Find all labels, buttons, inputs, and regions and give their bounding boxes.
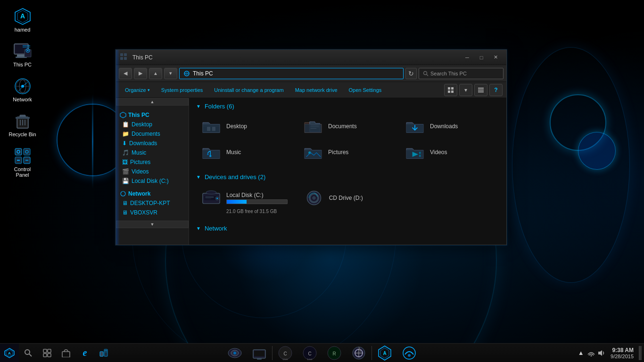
list-view-button[interactable] — [474, 84, 487, 96]
taskbar-explorer-button[interactable] — [94, 344, 113, 362]
taskbar-search-button[interactable] — [19, 344, 38, 362]
start-icon: A — [4, 347, 15, 359]
taskbar-brand-button[interactable] — [397, 344, 421, 362]
sidebar-content: This PC 📋 Desktop 📁 Documents ⬇ Download… — [116, 106, 189, 221]
search-icon — [423, 71, 429, 76]
taskbar-alienware-button[interactable]: A — [373, 344, 396, 362]
folder-item-music[interactable]: Music — [196, 140, 296, 164]
svg-point-76 — [25, 350, 30, 354]
organize-button[interactable]: Organize ▾ — [120, 84, 155, 96]
start-button[interactable]: A — [0, 344, 19, 362]
downloads-sidebar-label: Downloads — [129, 140, 157, 147]
cd-drive-name: CD Drive (D:) — [329, 195, 363, 201]
network-label: Network — [13, 97, 32, 102]
system-properties-button[interactable]: System properties — [156, 84, 208, 96]
desktop-icon-hamed[interactable]: A hamed — [5, 5, 40, 35]
folder-item-desktop[interactable]: Desktop — [196, 115, 296, 138]
documents-sidebar-label: Documents — [132, 131, 160, 137]
taskbar-task-view-button[interactable] — [38, 344, 57, 362]
dropdown-button[interactable]: ▾ — [164, 68, 177, 79]
sidebar-item-desktop[interactable]: 📋 Desktop — [118, 120, 186, 129]
tray-volume-icon[interactable] — [597, 348, 606, 358]
cd-drive-icon — [304, 189, 324, 207]
control-panel-icon — [13, 147, 32, 165]
devices-grid: Local Disk (C:) 21.0 GB free of 31.5 GB — [196, 185, 499, 218]
svg-point-11 — [27, 50, 28, 51]
network-section-header[interactable]: ▼ Network — [196, 225, 499, 232]
search-field[interactable]: Search This PC — [419, 68, 504, 79]
maximize-button[interactable]: □ — [474, 53, 488, 62]
minimize-button[interactable]: ─ — [460, 53, 474, 62]
sidebar-header-this-pc[interactable]: This PC — [118, 110, 186, 120]
taskbar-app-5[interactable]: R — [322, 344, 346, 362]
folder-name-documents: Documents — [328, 123, 357, 130]
device-item-cd-drive[interactable]: CD Drive (D:) — [299, 185, 397, 218]
open-settings-button[interactable]: Open Settings — [344, 84, 387, 96]
svg-rect-61 — [419, 152, 421, 154]
svg-rect-47 — [478, 90, 484, 90]
devices-section-header[interactable]: ▼ Devices and drives (2) — [196, 173, 499, 181]
svg-rect-46 — [478, 88, 484, 89]
back-button[interactable]: ◀ — [119, 68, 132, 79]
svg-text:R: R — [332, 351, 336, 356]
folder-item-downloads[interactable]: Downloads — [400, 115, 499, 138]
svg-rect-82 — [62, 352, 70, 357]
sidebar-item-pictures[interactable]: 🖼 Pictures — [118, 157, 186, 167]
clock[interactable]: 9:38 AM 9/28/2015 — [608, 347, 636, 359]
device-item-local-disk[interactable]: Local Disk (C:) 21.0 GB free of 31.5 GB — [196, 185, 294, 218]
folder-item-pictures[interactable]: Pictures — [298, 140, 397, 164]
up-button[interactable]: ▲ — [149, 68, 162, 79]
tray-chevron[interactable]: ▲ — [576, 348, 586, 358]
uninstall-button[interactable]: Uninstall or change a program — [209, 84, 289, 96]
sidebar-scroll-up[interactable]: ▲ — [116, 98, 189, 106]
desktop-icon-this-pc[interactable]: This PC — [5, 40, 40, 70]
sidebar-item-videos[interactable]: 🎬 Videos — [118, 167, 186, 176]
desktop-icon-network[interactable]: Network — [5, 74, 40, 105]
folder-icon-downloads — [405, 117, 425, 135]
this-pc-icon — [13, 42, 32, 61]
desktop-icon-recycle-bin[interactable]: Recycle Bin — [5, 109, 40, 140]
folder-item-documents[interactable]: Documents — [298, 115, 397, 138]
taskbar-store-button[interactable] — [57, 344, 75, 362]
taskbar-app-1[interactable] — [223, 344, 247, 362]
svg-rect-91 — [254, 351, 264, 356]
folders-section-header[interactable]: ▼ Folders (6) — [196, 103, 499, 110]
sidebar-scroll-down[interactable]: ▼ — [116, 221, 189, 228]
sidebar-item-documents[interactable]: 📁 Documents — [118, 129, 186, 139]
svg-point-66 — [216, 198, 218, 199]
taskbar-app-3[interactable]: C Live — [273, 344, 297, 362]
tray-network-icon[interactable] — [586, 348, 596, 358]
show-desktop-button[interactable] — [639, 346, 642, 360]
view-dropdown-button[interactable]: ▾ — [459, 84, 472, 96]
pictures-sidebar-icon: 🖼 — [122, 159, 128, 165]
svg-rect-35 — [124, 53, 127, 56]
taskbar-app-4[interactable]: C Live — [298, 344, 322, 362]
taskbar-app-6[interactable] — [347, 344, 371, 362]
svg-text:C: C — [308, 351, 311, 356]
sidebar-item-desktop-kpt[interactable]: 🖥 DESKTOP-KPT — [118, 198, 186, 208]
svg-rect-43 — [451, 87, 454, 90]
help-button[interactable]: ? — [489, 84, 503, 96]
folder-item-videos[interactable]: Videos — [400, 140, 499, 164]
taskbar-left: e — [19, 344, 113, 362]
svg-rect-78 — [43, 349, 47, 353]
sidebar-item-music[interactable]: 🎵 Music — [118, 148, 186, 157]
sidebar-item-local-disk[interactable]: 💾 Local Disk (C:) — [118, 176, 186, 186]
address-field[interactable]: This PC — [179, 68, 404, 79]
taskbar-divider-2 — [372, 346, 372, 360]
sidebar-item-vboxsvr[interactable]: 🖥 VBOXSVR — [118, 208, 186, 217]
refresh-button[interactable]: ↻ — [405, 68, 417, 79]
sidebar-item-downloads[interactable]: ⬇ Downloads — [118, 139, 186, 148]
sidebar-header-network[interactable]: Network — [118, 189, 186, 198]
explorer-window: This PC ─ □ ✕ ◀ ▶ ▲ ▾ This PC ↻ Search T… — [116, 49, 507, 245]
view-toggle-button[interactable] — [444, 84, 457, 96]
close-button[interactable]: ✕ — [488, 53, 503, 62]
desktop-icon-control-panel[interactable]: Control Panel — [5, 144, 40, 180]
svg-rect-5 — [17, 55, 25, 57]
folder-icon-videos — [405, 143, 425, 161]
taskbar-edge-button[interactable]: e — [75, 344, 94, 362]
map-network-button[interactable]: Map network drive — [290, 84, 343, 96]
taskbar-app-2[interactable] — [248, 344, 271, 362]
forward-button[interactable]: ▶ — [134, 68, 147, 79]
svg-rect-36 — [120, 57, 123, 60]
